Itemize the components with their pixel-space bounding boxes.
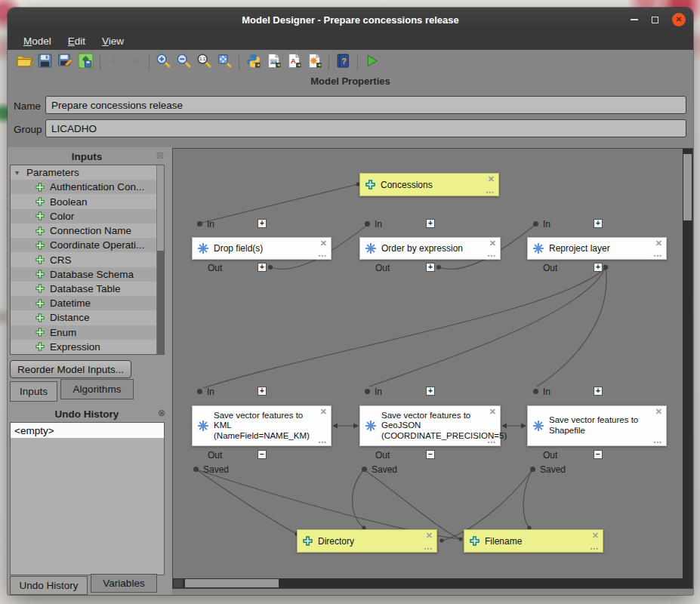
socket-in[interactable]: In [365,219,382,229]
save-model-to-project-button[interactable] [76,52,96,72]
node-concessions[interactable]: Concessions ✕ ●●● [359,173,499,196]
tree-item-parameters[interactable]: ▾Parameters [11,165,164,180]
socket-out[interactable]: Out [375,450,390,460]
tree-item-distance[interactable]: Distance [11,310,164,325]
save-model-button[interactable] [35,52,55,72]
socket-in[interactable]: In [533,387,550,396]
export-as-image-button[interactable] [264,52,284,72]
undo-dock-close-icon[interactable]: ⊗ [158,408,165,418]
inputs-tree-scrollbar[interactable] [156,165,164,354]
expand-inputs-icon[interactable]: + [594,219,603,228]
remove-node-icon[interactable]: ✕ [592,532,599,540]
collapse-outputs-icon[interactable]: − [257,450,267,459]
redo-button[interactable] [125,52,145,72]
undo-history-item[interactable]: <empty> [11,423,164,438]
node-drop-fields[interactable]: Drop field(s) ✕ ●●● [192,237,331,260]
socket-out[interactable]: Out [543,450,557,460]
collapse-outputs-icon[interactable]: − [594,450,603,459]
menu-edit[interactable]: Edit [60,35,94,47]
inputs-dock-close-icon[interactable]: ⊠ [156,150,164,161]
socket-in[interactable]: In [197,219,214,229]
expand-inputs-icon[interactable]: + [594,387,603,396]
socket-in[interactable]: In [365,387,382,396]
scrollbar-thumb[interactable] [157,251,164,355]
node-reproject-layer[interactable]: Reproject layer ✕ ●●● [527,237,667,260]
save-model-as-button[interactable] [55,52,76,72]
model-name-input[interactable] [45,96,686,114]
node-save-kml[interactable]: Save vector features to KML (NameField=N… [192,405,331,446]
tree-item-authentication[interactable]: Authentication Con... [11,180,164,194]
socket-in[interactable]: In [533,219,550,229]
export-as-python-button[interactable] [243,52,264,72]
expand-inputs-icon[interactable]: + [257,387,267,396]
titlebar[interactable]: Model Designer - Prepare concessions rel… [8,8,693,32]
close-icon[interactable]: ✕ [672,13,686,26]
zoom-out-button[interactable] [174,52,194,72]
node-filename[interactable]: Filename ✕ ●●● [464,529,603,553]
socket-out[interactable]: Out [208,263,222,273]
chevron-down-icon[interactable]: ▾ [15,168,19,176]
socket-out[interactable]: Out [375,263,390,273]
node-order-by-expression[interactable]: Order by expression ✕ ●●● [359,237,501,260]
reorder-model-inputs-button[interactable]: Reorder Model Inputs... [10,360,131,378]
zoom-actual-size-button[interactable]: 1:1 [194,52,214,72]
expand-outputs-icon[interactable]: + [426,263,435,272]
tab-undo-history[interactable]: Undo History [10,576,88,595]
open-model-button[interactable] [14,52,35,72]
tree-item-enum[interactable]: Enum [11,325,164,340]
zoom-full-button[interactable] [214,52,235,72]
expand-inputs-icon[interactable]: + [426,219,435,228]
node-directory[interactable]: Directory ✕ ●●● [297,529,437,553]
socket-in[interactable]: In [197,387,214,396]
socket-saved[interactable]: Saved [193,464,229,474]
remove-node-icon[interactable]: ✕ [320,408,327,416]
tree-item-expression[interactable]: Expression [11,340,164,354]
tree-item-connection-name[interactable]: Connection Name [11,223,164,238]
socket-out[interactable]: Out [543,263,557,273]
edit-help-button[interactable]: ? [333,52,353,72]
scrollbar-thumb[interactable] [683,154,692,220]
expand-outputs-icon[interactable]: + [257,263,267,272]
socket-saved[interactable]: Saved [362,464,397,474]
expand-outputs-icon[interactable]: + [594,263,603,272]
collapse-outputs-icon[interactable]: − [426,450,435,459]
minimize-icon[interactable] [631,19,638,20]
canvas-horizontal-scrollbar[interactable] [173,578,683,588]
tree-item-boolean[interactable]: Boolean [11,194,164,208]
tree-item-coordinate-operation[interactable]: Coordinate Operati... [11,238,164,252]
undo-button[interactable] [104,52,125,72]
remove-node-icon[interactable]: ✕ [426,532,433,540]
expand-inputs-icon[interactable]: + [426,387,435,396]
remove-node-icon[interactable]: ✕ [655,239,662,248]
export-as-svg-button[interactable] [304,52,325,72]
node-label: Save vector features to KML (NameField=N… [214,411,313,442]
model-canvas[interactable]: In In In + + + Concessions ✕ ●●● Drop fi… [172,148,693,589]
model-group-input[interactable] [45,119,686,137]
tree-item-crs[interactable]: CRS [11,252,164,267]
remove-node-icon[interactable]: ✕ [488,175,495,183]
canvas-vertical-scrollbar[interactable] [683,149,692,588]
tree-item-datetime[interactable]: Datetime [11,296,164,310]
tree-item-database-schema[interactable]: Database Schema [11,267,164,282]
remove-node-icon[interactable]: ✕ [489,239,496,248]
remove-node-icon[interactable]: ✕ [320,239,327,248]
scrollbar-thumb[interactable] [185,579,279,587]
maximize-icon[interactable] [652,17,658,23]
tab-algorithms[interactable]: Algorithms [60,379,134,399]
tree-item-color[interactable]: Color [11,209,164,223]
tree-item-database-table[interactable]: Database Table [11,282,164,296]
node-save-geojson[interactable]: Save vector features to GeoJSON (COORDIN… [359,405,501,446]
menu-model[interactable]: Model [15,35,60,47]
remove-node-icon[interactable]: ✕ [489,408,496,416]
node-save-shapefile[interactable]: Save vector features to Shapefile ✕ ●●● [527,405,667,446]
tab-inputs[interactable]: Inputs [10,381,57,402]
tab-variables[interactable]: Variables [91,574,157,593]
menu-view[interactable]: View [94,35,132,47]
expand-inputs-icon[interactable]: + [257,219,267,228]
remove-node-icon[interactable]: ✕ [655,408,662,416]
export-as-pdf-button[interactable]: A [284,52,304,72]
run-model-button[interactable] [362,52,382,72]
socket-saved[interactable]: Saved [530,464,566,474]
socket-out[interactable]: Out [208,450,222,460]
zoom-in-button[interactable] [153,52,174,72]
